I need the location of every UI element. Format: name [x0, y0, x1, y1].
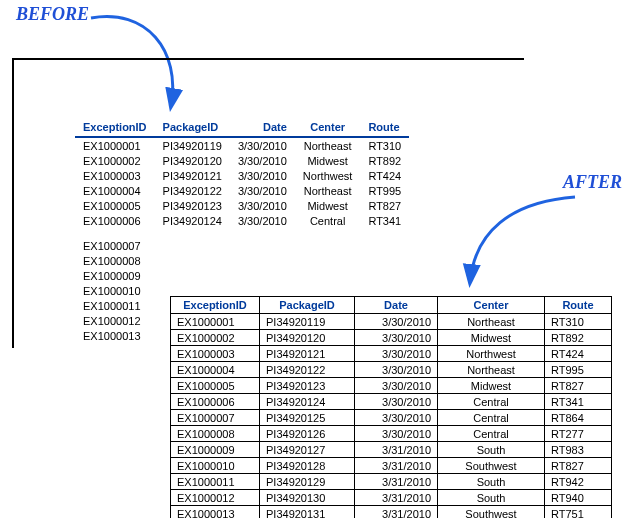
col-route: Route — [360, 118, 409, 137]
cell-route: RT983 — [545, 442, 612, 458]
table-row: EX1000001PI349201193/30/2010NortheastRT3… — [75, 137, 409, 153]
cell-packageid: PI34920124 — [155, 213, 230, 228]
table-row: EX1000008PI349201263/30/2010CentralRT277 — [171, 426, 612, 442]
table-row: EX1000002PI349201203/30/2010MidwestRT892 — [171, 330, 612, 346]
cell-center: Northeast — [295, 183, 361, 198]
cell-exceptionid: EX1000009 — [171, 442, 260, 458]
cell-center: Central — [438, 426, 545, 442]
cell-route: RT995 — [360, 183, 409, 198]
cell-exceptionid: EX1000012 — [75, 313, 149, 328]
cell-exceptionid: EX1000009 — [75, 268, 149, 283]
col-center: Center — [438, 297, 545, 314]
cell-date: 3/30/2010 — [355, 330, 438, 346]
cell-center: Central — [295, 213, 361, 228]
col-date: Date — [355, 297, 438, 314]
before-label: BEFORE — [16, 4, 89, 25]
cell-route: RT892 — [360, 153, 409, 168]
after-table-header: ExceptionID PackageID Date Center Route — [171, 297, 612, 314]
cell-exceptionid: EX1000004 — [171, 362, 260, 378]
col-center: Center — [295, 118, 361, 137]
cell-center: South — [438, 442, 545, 458]
table-row: EX1000003PI349201213/30/2010NorthwestRT4… — [75, 168, 409, 183]
cell-center: South — [438, 490, 545, 506]
cell-route: RT341 — [360, 213, 409, 228]
cell-packageid: PI34920129 — [260, 474, 355, 490]
table-row: EX1000004PI349201223/30/2010NortheastRT9… — [171, 362, 612, 378]
cell-route: RT424 — [360, 168, 409, 183]
table-row: EX1000004PI349201223/30/2010NortheastRT9… — [75, 183, 409, 198]
cell-packageid: PI34920120 — [260, 330, 355, 346]
cell-exceptionid: EX1000002 — [171, 330, 260, 346]
cell-exceptionid: EX1000011 — [75, 298, 149, 313]
cell-exceptionid: EX1000004 — [75, 183, 155, 198]
table-row: EX1000007PI349201253/30/2010CentralRT864 — [171, 410, 612, 426]
cell-date: 3/30/2010 — [355, 314, 438, 330]
cell-date: 3/31/2010 — [355, 490, 438, 506]
cell-exceptionid: EX1000008 — [75, 253, 149, 268]
col-packageid: PackageID — [155, 118, 230, 137]
table-row: EX1000006PI349201243/30/2010CentralRT341 — [75, 213, 409, 228]
table-row: EX1000003PI349201213/30/2010NorthwestRT4… — [171, 346, 612, 362]
cell-exceptionid: EX1000006 — [171, 394, 260, 410]
cell-center: Northeast — [438, 362, 545, 378]
cell-route: RT424 — [545, 346, 612, 362]
cell-exceptionid: EX1000005 — [171, 378, 260, 394]
cell-center: Northeast — [295, 137, 361, 153]
cell-center: Midwest — [295, 198, 361, 213]
col-exceptionid: ExceptionID — [75, 118, 155, 137]
table-row: EX1000005PI349201233/30/2010MidwestRT827 — [75, 198, 409, 213]
cell-center: Midwest — [438, 378, 545, 394]
cell-date: 3/30/2010 — [355, 394, 438, 410]
cell-center: Central — [438, 410, 545, 426]
cell-date: 3/30/2010 — [230, 168, 295, 183]
cell-exceptionid: EX1000001 — [171, 314, 260, 330]
cell-route: RT277 — [545, 426, 612, 442]
before-table-header: ExceptionID PackageID Date Center Route — [75, 118, 409, 137]
table-row: EX1000011PI349201293/31/2010SouthRT942 — [171, 474, 612, 490]
col-route: Route — [545, 297, 612, 314]
before-table: ExceptionID PackageID Date Center Route … — [75, 118, 409, 228]
cell-center: Midwest — [438, 330, 545, 346]
table-row: EX1000005PI349201233/30/2010MidwestRT827 — [171, 378, 612, 394]
cell-packageid: PI34920121 — [260, 346, 355, 362]
table-row: EX1000010PI349201283/31/2010SouthwestRT8… — [171, 458, 612, 474]
cell-packageid: PI34920126 — [260, 426, 355, 442]
cell-packageid: PI34920119 — [155, 137, 230, 153]
cell-packageid: PI34920119 — [260, 314, 355, 330]
cell-exceptionid: EX1000010 — [171, 458, 260, 474]
cell-date: 3/31/2010 — [355, 458, 438, 474]
cell-center: Northeast — [438, 314, 545, 330]
cell-center: Northwest — [295, 168, 361, 183]
table-row: EX1000002PI349201203/30/2010MidwestRT892 — [75, 153, 409, 168]
cell-packageid: PI34920131 — [260, 506, 355, 519]
after-label: AFTER — [563, 172, 622, 193]
cell-date: 3/31/2010 — [355, 474, 438, 490]
cell-packageid: PI34920128 — [260, 458, 355, 474]
cell-date: 3/30/2010 — [355, 346, 438, 362]
after-table: ExceptionID PackageID Date Center Route … — [170, 296, 612, 518]
cell-route: RT751 — [545, 506, 612, 519]
cell-date: 3/30/2010 — [230, 153, 295, 168]
cell-exceptionid: EX1000007 — [75, 238, 149, 253]
table-row: EX1000001PI349201193/30/2010NortheastRT3… — [171, 314, 612, 330]
cell-date: 3/30/2010 — [355, 410, 438, 426]
cell-center: Northwest — [438, 346, 545, 362]
cell-exceptionid: EX1000008 — [171, 426, 260, 442]
after-table-wrap: ExceptionID PackageID Date Center Route … — [170, 290, 612, 518]
cell-exceptionid: EX1000013 — [75, 328, 149, 343]
cell-route: RT864 — [545, 410, 612, 426]
cell-exceptionid: EX1000002 — [75, 153, 155, 168]
cell-center: Central — [438, 394, 545, 410]
cell-route: RT942 — [545, 474, 612, 490]
cell-center: Southwest — [438, 506, 545, 519]
cell-center: Midwest — [295, 153, 361, 168]
cell-packageid: PI34920125 — [260, 410, 355, 426]
col-date: Date — [230, 118, 295, 137]
table-row: EX1000013PI349201313/31/2010SouthwestRT7… — [171, 506, 612, 519]
cell-packageid: PI34920127 — [260, 442, 355, 458]
cell-packageid: PI34920123 — [155, 198, 230, 213]
cell-route: RT310 — [545, 314, 612, 330]
cell-exceptionid: EX1000013 — [171, 506, 260, 519]
cell-date: 3/31/2010 — [355, 506, 438, 519]
cell-route: RT310 — [360, 137, 409, 153]
